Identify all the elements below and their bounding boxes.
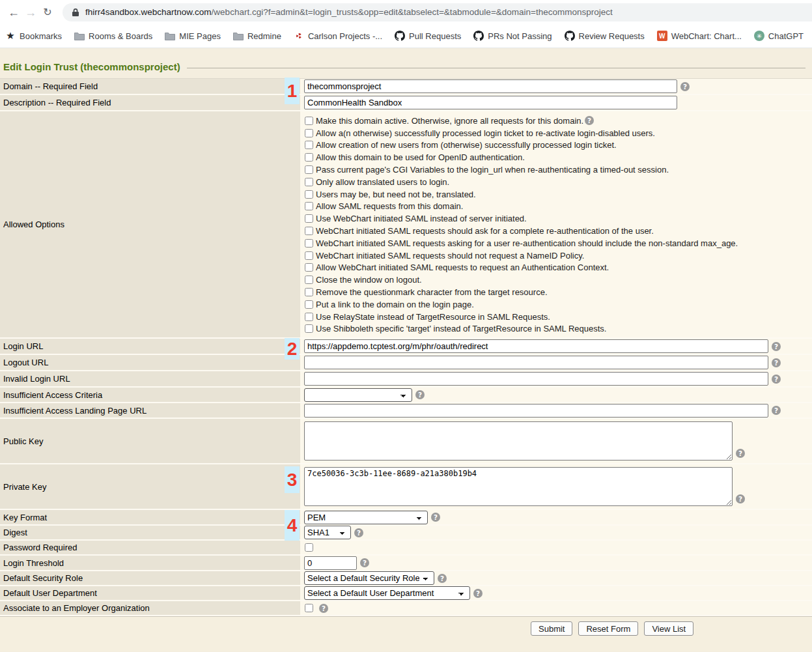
allowed-option[interactable]: Allow SAML requests from this domain. [304,201,738,213]
help-icon[interactable]: ? [354,528,363,537]
bookmark-pull-requests[interactable]: Pull Requests [395,31,461,41]
folder-icon [74,31,85,41]
logout-url-value-cell: ? [300,355,812,370]
bookmark-bookmarks[interactable]: ★ Bookmarks [5,31,62,41]
form-row-private-key: Private Key 3 7ce50036-3c3b-11ee-8689-a2… [0,464,812,510]
allowed-option-checkbox[interactable] [305,178,313,186]
reload-icon[interactable]: ↻ [39,7,56,18]
allowed-option-checkbox[interactable] [305,288,313,296]
allowed-option[interactable]: Remove the questionmark character from t… [304,286,738,298]
insufficient-access-landing-value-cell: ? [300,403,812,418]
insufficient-access-criteria-select[interactable] [304,388,412,402]
help-icon[interactable]: ? [585,116,594,125]
invalid-login-url-input[interactable] [304,372,768,386]
submit-button[interactable]: Submit [531,621,572,636]
form-row-key-format: Key Format 4 PEM ? [0,510,812,526]
bookmark-prs-not-passing[interactable]: PRs Not Passing [473,31,552,41]
public-key-textarea[interactable] [304,421,733,461]
bookmark-chatgpt[interactable]: ✳ ChatGPT [754,31,804,41]
login-threshold-input[interactable] [304,556,357,570]
allowed-option[interactable]: WebChart initiated SAML requests asking … [304,237,738,249]
bookmark-rooms-boards[interactable]: Rooms & Boards [74,31,152,41]
help-icon[interactable]: ? [319,604,328,613]
allowed-option[interactable]: Allow creation of new users from (otherw… [304,139,738,152]
bookmark-mie-pages[interactable]: MIE Pages [165,31,221,41]
key-format-select[interactable]: PEM [304,511,428,524]
lock-icon[interactable] [72,8,79,17]
allowed-option[interactable]: Use Shibboleth specific 'target' instead… [304,323,738,335]
login-url-input[interactable] [304,339,768,353]
allowed-option-checkbox[interactable] [305,263,313,272]
browser-toolbar: ← → ↻ fhirr4sandbox.webchartnow.com/webc… [0,0,812,24]
allowed-option-checkbox[interactable] [305,202,313,210]
help-icon[interactable]: ? [736,494,745,503]
allowed-option[interactable]: Users may be, but need not be, translate… [304,188,738,201]
allowed-option[interactable]: Close the window on logout. [304,274,738,286]
insufficient-access-landing-input[interactable] [304,404,768,418]
allowed-option[interactable]: Allow a(n otherwise) successfully proces… [304,127,738,139]
login-threshold-value-cell: ? [300,556,812,570]
allowed-option-checkbox[interactable] [305,324,313,333]
allowed-option[interactable]: Use RelayState instead of TargetResource… [304,311,738,323]
help-icon[interactable]: ? [772,358,781,367]
bookmark-review-requests[interactable]: Review Requests [565,31,645,41]
allowed-option-checkbox[interactable] [305,141,313,149]
domain-input[interactable] [304,79,677,93]
allowed-option[interactable]: Pass current page's CGI Variables to the… [304,163,738,176]
help-icon[interactable]: ? [360,558,369,567]
address-bar[interactable]: fhirr4sandbox.webchartnow.com/webchart.c… [63,3,812,21]
allowed-option-checkbox[interactable] [305,129,313,137]
allowed-option[interactable]: Allow WebChart initiated SAML requests t… [304,262,738,274]
view-list-button[interactable]: View List [644,621,693,636]
logout-url-input[interactable] [304,356,768,369]
default-user-department-value-cell: Select a Default User Department ? [300,586,812,600]
allowed-option-checkbox[interactable] [305,214,313,223]
default-security-role-label: Default Security Role [0,571,300,585]
help-icon[interactable]: ? [736,449,745,458]
allowed-option-checkbox[interactable] [305,117,313,125]
allowed-option-checkbox[interactable] [305,276,313,284]
login-url-label: Login URL [0,339,300,354]
help-icon[interactable]: ? [415,390,425,399]
default-user-department-select[interactable]: Select a Default User Department [304,586,470,600]
allowed-option[interactable]: Make this domain active. Otherwise, igno… [304,115,738,127]
allowed-option-checkbox[interactable] [305,239,313,248]
private-key-textarea[interactable]: 7ce50036-3c3b-11ee-8689-a21a380b19b4 [304,467,733,506]
allowed-option-checkbox[interactable] [305,165,313,174]
digest-select[interactable]: SHA1 [304,526,351,539]
default-security-role-select[interactable]: Select a Default Security Role [304,571,434,585]
forward-icon[interactable]: → [22,7,39,18]
help-icon[interactable]: ? [431,513,440,522]
form-row-login-threshold: Login Threshold ? [0,556,812,571]
allowed-option-checkbox[interactable] [305,313,313,321]
allowed-option[interactable]: Use WebChart initiated SAML instead of s… [304,212,738,225]
help-icon[interactable]: ? [473,589,483,598]
reset-form-button[interactable]: Reset Form [578,621,638,636]
allowed-option-checkbox[interactable] [305,190,313,199]
allowed-options-label: Allowed Options [0,111,300,337]
allowed-option-checkbox[interactable] [305,227,313,235]
help-icon[interactable]: ? [772,342,781,351]
password-required-checkbox[interactable] [305,543,313,552]
bookmark-carlson-projects[interactable]: Carlson Projects -... [294,31,382,41]
employer-org-checkbox[interactable] [305,604,313,612]
help-icon[interactable]: ? [772,406,781,415]
allowed-option-checkbox[interactable] [305,251,313,260]
help-icon[interactable]: ? [772,375,781,384]
help-icon[interactable]: ? [438,574,447,583]
bookmark-webchart[interactable]: W WebChart: Chart... [657,31,742,41]
help-icon[interactable]: ? [680,82,690,91]
allowed-option[interactable]: Allow this domain to be used for OpenID … [304,151,738,163]
allowed-option[interactable]: WebChart initiated SAML requests should … [304,225,738,237]
allowed-option-checkbox[interactable] [305,153,313,162]
default-user-department-label: Default User Department [0,586,300,600]
allowed-option[interactable]: WebChart initiated SAML requests should … [304,249,738,262]
description-input[interactable] [304,96,677,109]
allowed-option-checkbox[interactable] [305,300,313,309]
bookmark-redmine[interactable]: Redmine [233,31,281,41]
allowed-option[interactable]: Put a link to the domain on the login pa… [304,298,738,311]
annotation-1: 1 [285,78,300,104]
chatgpt-icon: ✳ [754,31,764,41]
allowed-option[interactable]: Only allow translated users to login. [304,176,738,188]
back-icon[interactable]: ← [5,7,22,18]
